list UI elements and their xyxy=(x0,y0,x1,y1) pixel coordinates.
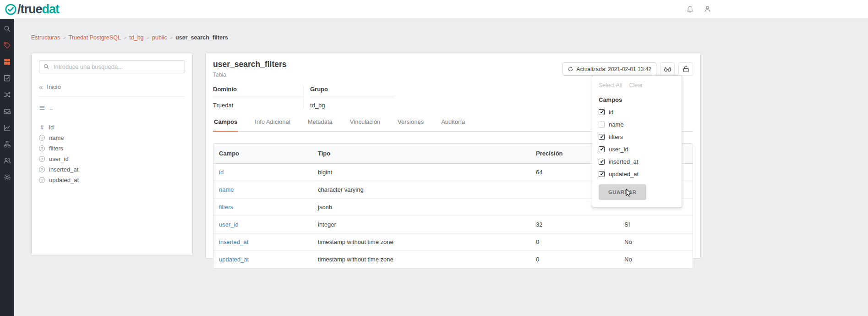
field-link-user-id[interactable]: user_id xyxy=(219,221,239,228)
sidebar-item-structures[interactable] xyxy=(3,58,11,66)
truedat-logo[interactable]: /truedat xyxy=(5,3,59,16)
structure-summary: Dominio Truedat Grupo td_bg xyxy=(213,86,396,109)
user-avatar-icon[interactable] xyxy=(704,5,711,13)
lock-open-icon xyxy=(682,65,690,73)
field-link-inserted-at[interactable]: inserted_at xyxy=(219,238,248,245)
field-list-item-updated-at[interactable]: updated_at xyxy=(39,175,185,185)
nav-back-to-home[interactable]: « Inicio xyxy=(39,83,185,90)
field-precision: 0 xyxy=(530,233,619,251)
grupo-value: td_bg xyxy=(310,97,394,109)
checkbox-filters[interactable] xyxy=(599,134,605,140)
truedat-logo-text: /truedat xyxy=(17,3,59,16)
search-input[interactable] xyxy=(39,60,185,73)
sidebar-item-search[interactable] xyxy=(3,25,11,33)
structure-actions: Actualizada: 2021-02-01 13:42 xyxy=(562,62,693,76)
field-list-item-user-id[interactable]: user_id xyxy=(39,154,185,164)
field-link-updated-at[interactable]: updated_at xyxy=(219,256,249,263)
checkbox-id[interactable] xyxy=(599,109,605,115)
field-link-filters[interactable]: filters xyxy=(219,204,233,211)
search-icon xyxy=(43,63,49,70)
field-list-item-id[interactable]: id xyxy=(39,122,185,133)
refresh-updated-button[interactable]: Actualizada: 2021-02-01 13:42 xyxy=(562,62,656,76)
panel-divider xyxy=(39,96,185,97)
tab-vinculacion[interactable]: Vinculación xyxy=(349,116,381,131)
field-type: integer xyxy=(312,216,530,233)
breadcrumb-link-estructuras[interactable]: Estructuras xyxy=(31,34,60,41)
structure-nav-panel: « Inicio .. id name filters user_id inse… xyxy=(31,53,193,256)
sidebar-item-lineage[interactable] xyxy=(3,91,11,99)
field-list-item-name[interactable]: name xyxy=(39,133,185,143)
nav-parent-item[interactable]: .. xyxy=(39,104,185,111)
select-all-link[interactable]: Select All xyxy=(599,82,622,89)
sidebar-item-ingests[interactable] xyxy=(3,107,11,115)
side-rail xyxy=(0,19,14,316)
tab-versiones[interactable]: Versiones xyxy=(397,116,425,131)
dropdown-option-id[interactable]: id xyxy=(599,109,675,116)
summary-dominio: Dominio Truedat xyxy=(213,86,304,109)
sidebar-item-dashboards[interactable] xyxy=(3,124,11,132)
lock-button[interactable] xyxy=(678,62,693,76)
question-circle-icon xyxy=(39,166,45,172)
page-title: user_search_filters xyxy=(213,60,287,69)
option-label: user_id xyxy=(609,146,628,153)
dominio-label: Dominio xyxy=(213,86,304,97)
field-type: bigint xyxy=(312,164,530,181)
field-precision: 0 xyxy=(530,251,619,268)
sidebar-item-quality[interactable] xyxy=(3,74,11,82)
sidebar-item-domains[interactable] xyxy=(3,140,11,148)
breadcrumb-link-system[interactable]: Truedat PostgreSQL xyxy=(69,34,121,41)
sidebar-item-glossary[interactable] xyxy=(3,41,11,49)
field-type: timestamp without time zone xyxy=(312,251,530,268)
dropdown-option-user-id[interactable]: user_id xyxy=(599,146,675,153)
field-link-id[interactable]: id xyxy=(219,169,224,176)
dropdown-actions: Select All Clear xyxy=(599,82,675,89)
question-circle-icon xyxy=(39,177,45,183)
field-list-item-inserted-at[interactable]: inserted_at xyxy=(39,164,185,175)
field-label: updated_at xyxy=(49,177,79,183)
field-precision: 32 xyxy=(530,216,619,233)
dropdown-option-updated-at[interactable]: updated_at xyxy=(599,171,675,177)
field-nullable: No xyxy=(619,251,693,268)
option-label: name xyxy=(609,121,624,128)
checkbox-updated-at[interactable] xyxy=(599,171,605,177)
tab-info-adicional[interactable]: Info Adicional xyxy=(254,116,291,131)
sidebar-item-users[interactable] xyxy=(3,157,11,165)
structure-title-block: user_search_filters Tabla xyxy=(213,60,287,78)
guardar-button[interactable]: GUARDAR xyxy=(599,184,646,200)
nav-parent-label: .. xyxy=(49,104,53,111)
checkbox-inserted-at[interactable] xyxy=(599,159,605,165)
col-header-campo: Campo xyxy=(213,144,312,164)
breadcrumb-separator: > xyxy=(124,35,126,40)
nav-back-label: Inicio xyxy=(47,83,60,90)
tab-campos[interactable]: Campos xyxy=(213,116,238,132)
bell-icon[interactable] xyxy=(686,5,694,13)
checkbox-name[interactable] xyxy=(599,122,605,128)
grupo-label: Grupo xyxy=(310,86,394,97)
tab-auditoria[interactable]: Auditoría xyxy=(440,116,466,131)
column-picker-dropdown: Select All Clear Campos id name filters … xyxy=(592,75,682,208)
top-bar: /truedat xyxy=(0,0,868,19)
option-label: id xyxy=(609,109,613,116)
field-label: user_id xyxy=(49,155,69,162)
table-row: user_id integer 32 Sí xyxy=(213,216,693,233)
refresh-icon xyxy=(568,66,573,72)
field-label: inserted_at xyxy=(49,166,78,173)
structure-search xyxy=(39,60,185,73)
summary-grupo: Grupo td_bg xyxy=(304,86,394,109)
breadcrumb-link-td-bg[interactable]: td_bg xyxy=(129,34,143,41)
dropdown-option-filters[interactable]: filters xyxy=(599,133,675,140)
layers-icon xyxy=(39,105,45,111)
tab-metadata[interactable]: Metadata xyxy=(307,116,333,131)
field-link-name[interactable]: name xyxy=(219,186,234,193)
checkbox-user-id[interactable] xyxy=(599,146,605,152)
dropdown-option-inserted-at[interactable]: inserted_at xyxy=(599,158,675,165)
field-list-item-filters[interactable]: filters xyxy=(39,143,185,154)
dropdown-option-name[interactable]: name xyxy=(599,121,675,128)
sidebar-item-settings[interactable] xyxy=(3,173,11,181)
structure-type-label: Tabla xyxy=(213,72,287,78)
field-label: filters xyxy=(49,145,63,152)
breadcrumb-link-public[interactable]: public xyxy=(152,34,167,41)
clear-link[interactable]: Clear xyxy=(629,82,643,89)
column-visibility-button[interactable] xyxy=(660,62,675,76)
field-label: name xyxy=(49,134,64,141)
